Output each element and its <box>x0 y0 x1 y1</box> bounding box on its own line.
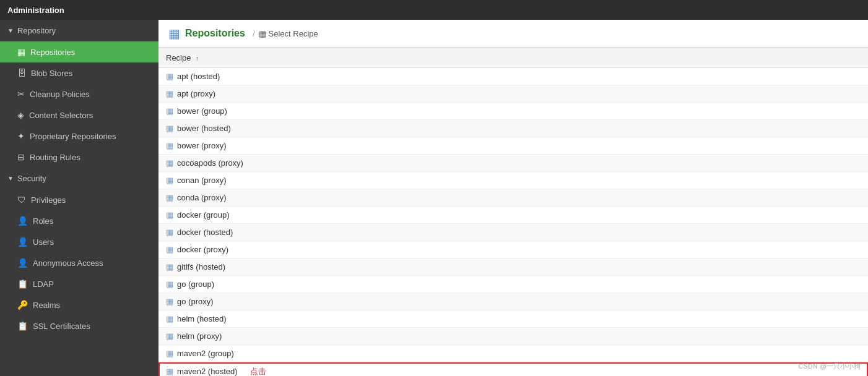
sidebar-item-anonymous-access-label: Anonymous Access <box>33 258 103 268</box>
repository-arrow-icon: ▼ <box>7 27 14 34</box>
row-label: helm (hosted) <box>177 314 226 323</box>
sidebar-item-ldap-label: LDAP <box>33 280 54 289</box>
sidebar-item-content-selectors-label: Content Selectors <box>29 111 93 120</box>
table-row[interactable]: ▦go (group) <box>158 276 868 293</box>
row-icon: ▦ <box>166 245 173 254</box>
sidebar-item-content-selectors[interactable]: ◈ Content Selectors <box>0 105 158 126</box>
routing-rules-icon: ⊟ <box>17 152 25 162</box>
sidebar-item-repositories-label: Repositories <box>30 48 75 57</box>
row-label: bower (hosted) <box>177 124 231 133</box>
sidebar-section-security[interactable]: ▼ Security <box>0 168 158 189</box>
content-header-icon: ▦ <box>168 26 180 41</box>
row-label: maven2 (hosted) <box>177 367 238 376</box>
sidebar-item-privileges-label: Privileges <box>31 195 66 205</box>
sort-arrow-icon: ↑ <box>196 55 199 62</box>
row-icon: ▦ <box>166 297 173 306</box>
column-recipe: Recipe ↑ <box>158 48 868 68</box>
sidebar-item-repositories[interactable]: ▦ Repositories <box>0 41 158 62</box>
row-icon: ▦ <box>166 228 173 237</box>
row-icon: ▦ <box>166 158 173 168</box>
row-icon: ▦ <box>166 193 173 202</box>
table-row[interactable]: ▦apt (proxy) <box>158 85 868 103</box>
content-header: ▦ Repositories / ▦ Select Recipe <box>158 20 868 48</box>
table-row[interactable]: ▦bower (hosted) <box>158 120 868 137</box>
table-container: Recipe ↑ ▦apt (hosted)▦apt (proxy)▦bower… <box>158 48 868 376</box>
security-arrow-icon: ▼ <box>7 175 14 182</box>
sidebar-item-users[interactable]: 👤 Users <box>0 231 158 252</box>
main-layout: ▼ Repository ▦ Repositories 🗄 Blob Store… <box>0 20 868 376</box>
sidebar-item-roles[interactable]: 👤 Roles <box>0 210 158 231</box>
table-row[interactable]: ▦apt (hosted) <box>158 68 868 85</box>
table-row[interactable]: ▦helm (proxy) <box>158 328 868 345</box>
sidebar-item-ssl-certificates[interactable]: 📋 SSL Certificates <box>0 315 158 336</box>
admin-header-title: Administration <box>7 6 64 15</box>
content-header-title: Repositories <box>185 28 245 39</box>
table-row[interactable]: ▦conan (proxy) <box>158 172 868 189</box>
table-row[interactable]: ▦maven2 (hosted)点击 <box>158 362 868 377</box>
row-label: docker (proxy) <box>177 245 228 254</box>
table-row[interactable]: ▦conda (proxy) <box>158 189 868 207</box>
blob-stores-icon: 🗄 <box>17 68 26 78</box>
row-icon: ▦ <box>166 141 173 150</box>
row-label: maven2 (group) <box>177 349 234 358</box>
ssl-certificates-icon: 📋 <box>17 321 28 331</box>
table-row[interactable]: ▦bower (group) <box>158 103 868 120</box>
row-icon: ▦ <box>166 210 173 220</box>
sidebar-item-privileges[interactable]: 🛡 Privileges <box>0 189 158 210</box>
row-label: apt (proxy) <box>177 89 215 98</box>
row-label: bower (group) <box>177 106 227 116</box>
sidebar-security-label: Security <box>17 174 46 183</box>
row-label: docker (hosted) <box>177 228 233 237</box>
users-icon: 👤 <box>17 237 28 247</box>
content-sub-title: ▦ Select Recipe <box>259 29 318 38</box>
sidebar-item-proprietary-repositories[interactable]: ✦ Proprietary Repositories <box>0 126 158 147</box>
row-label: helm (proxy) <box>177 331 222 341</box>
sidebar-item-routing-rules[interactable]: ⊟ Routing Rules <box>0 147 158 168</box>
sidebar-item-cleanup-policies[interactable]: ✂ Cleanup Policies <box>0 83 158 105</box>
sidebar-item-realms-label: Realms <box>33 301 60 310</box>
row-label: docker (group) <box>177 210 230 220</box>
click-label: 点击 <box>250 367 266 376</box>
breadcrumb-separator: / <box>253 29 255 38</box>
sidebar-item-cleanup-policies-label: Cleanup Policies <box>30 90 90 99</box>
table-row[interactable]: ▦helm (hosted) <box>158 310 868 328</box>
table-row[interactable]: ▦gitlfs (hosted) <box>158 258 868 276</box>
row-label: gitlfs (hosted) <box>177 262 225 271</box>
row-label: cocoapods (proxy) <box>177 158 243 168</box>
sidebar-item-users-label: Users <box>33 237 54 247</box>
content-area: ▦ Repositories / ▦ Select Recipe Recipe … <box>158 20 868 376</box>
sidebar-item-anonymous-access[interactable]: 👤 Anonymous Access <box>0 252 158 273</box>
table-row[interactable]: ▦maven2 (group) <box>158 345 868 362</box>
recipes-table: Recipe ↑ ▦apt (hosted)▦apt (proxy)▦bower… <box>158 48 868 376</box>
table-row[interactable]: ▦docker (group) <box>158 207 868 224</box>
cleanup-policies-icon: ✂ <box>17 89 25 99</box>
sidebar-item-realms[interactable]: 🔑 Realms <box>0 294 158 315</box>
sidebar-item-ldap[interactable]: 📋 LDAP <box>0 273 158 294</box>
sidebar-repository-label: Repository <box>17 26 56 35</box>
sub-title-icon: ▦ <box>259 29 266 38</box>
repositories-icon: ▦ <box>17 47 25 57</box>
row-icon: ▦ <box>166 331 173 341</box>
privileges-icon: 🛡 <box>17 195 26 205</box>
row-icon: ▦ <box>166 72 173 81</box>
sidebar: ▼ Repository ▦ Repositories 🗄 Blob Store… <box>0 20 158 376</box>
table-row[interactable]: ▦bower (proxy) <box>158 137 868 155</box>
row-icon: ▦ <box>166 349 173 358</box>
table-row[interactable]: ▦go (proxy) <box>158 293 868 310</box>
row-icon: ▦ <box>166 89 173 98</box>
row-icon: ▦ <box>166 262 173 271</box>
table-row[interactable]: ▦docker (hosted) <box>158 224 868 241</box>
table-row[interactable]: ▦docker (proxy) <box>158 241 868 258</box>
row-icon: ▦ <box>166 176 173 185</box>
sidebar-section-repository[interactable]: ▼ Repository <box>0 20 158 41</box>
proprietary-repositories-icon: ✦ <box>17 131 25 141</box>
row-icon: ▦ <box>166 106 173 116</box>
row-label: conda (proxy) <box>177 193 226 202</box>
content-selectors-icon: ◈ <box>17 110 24 120</box>
sidebar-item-blob-stores[interactable]: 🗄 Blob Stores <box>0 62 158 83</box>
sidebar-item-proprietary-repositories-label: Proprietary Repositories <box>30 132 116 141</box>
table-row[interactable]: ▦cocoapods (proxy) <box>158 155 868 172</box>
sidebar-item-blob-stores-label: Blob Stores <box>31 69 72 78</box>
sidebar-item-routing-rules-label: Routing Rules <box>30 153 80 162</box>
row-label: bower (proxy) <box>177 141 226 150</box>
